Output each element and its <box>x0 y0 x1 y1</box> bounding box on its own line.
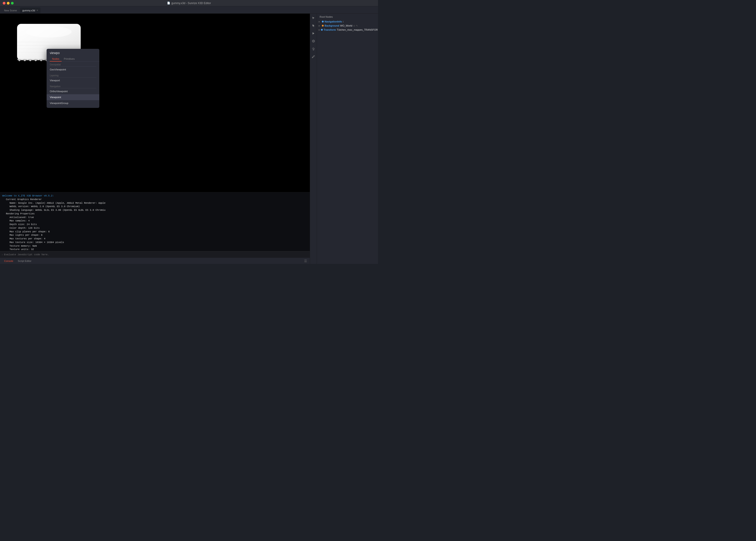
close-button[interactable] <box>3 2 5 5</box>
svg-point-8 <box>313 48 314 49</box>
hamburger-menu-icon[interactable]: ☰ <box>304 259 307 263</box>
maximize-button[interactable] <box>11 2 14 5</box>
tree-name-transform: Tütchen_rissc_mappes_TRANSFORM <box>337 28 378 31</box>
tree-arrow: ▶ <box>319 21 321 23</box>
tree-keyword-transform: Transform <box>324 28 336 31</box>
console-line-2: Name: Google Inc. (Apple) ANGLE (Apple, … <box>2 202 308 205</box>
section-layering: Layering <box>47 72 99 77</box>
console-line-5: Rendering Properties <box>2 212 308 216</box>
item-viewpoint[interactable]: Viewpoint <box>47 94 99 100</box>
svg-point-1 <box>26 26 72 37</box>
tree-item-navigation-info[interactable]: ▶ NavigationInfo ℹ <box>317 20 378 24</box>
console-line-3: WebGL version: WebGL 2.0 (OpenGL ES 3.0 … <box>2 205 308 209</box>
console-line-15: Texture units: 32 <box>2 248 308 251</box>
tab-new-scene[interactable]: New Scene <box>2 7 19 13</box>
item-geo-viewpoint[interactable]: GeoViewpoint <box>47 67 99 72</box>
bottom-tab-script-editor[interactable]: Script Editor <box>15 259 34 263</box>
item-viewport[interactable]: Viewport <box>47 77 99 83</box>
tree-name-background: WO_World <box>340 24 352 27</box>
console-area: Welcome to X_ITE X3D Browser v9.5.2: Cur… <box>0 192 310 251</box>
node-search-popup: Nodes Primitives Geospatial GeoViewpoint… <box>47 49 99 108</box>
console-line-1: Current Graphics Renderer <box>2 198 308 202</box>
popup-tab-nodes[interactable]: Nodes <box>50 57 62 62</box>
scene-panel: Root Nodes ▶ NavigationInfo ℹ ▶ Backgrou… <box>317 14 378 264</box>
console-input-bar: › <box>0 251 310 258</box>
console-input[interactable] <box>4 253 308 256</box>
tree-arrow-transform: ▶ <box>319 29 320 31</box>
console-line-9: Color depth: 128 bits <box>2 227 308 230</box>
console-line-4: Shading language: WebGL GLSL ES 3.00 (Op… <box>2 209 308 212</box>
tree-icon-eye[interactable]: ⊙ <box>353 25 355 27</box>
main-layout: Nodes Primitives Geospatial GeoViewpoint… <box>0 14 378 264</box>
console-line-13: Max texture size: 16384 × 16384 pixels <box>2 241 308 245</box>
console-prompt: › <box>2 253 3 256</box>
tree-icon-info[interactable]: ℹ <box>343 20 344 23</box>
console-welcome: Welcome to X_ITE X3D Browser v9.5.2: <box>2 194 308 198</box>
svg-point-6 <box>312 40 315 42</box>
pointer-tool-button[interactable] <box>311 23 316 28</box>
tree-item-transform[interactable]: ▶ Transform Tütchen_rissc_mappes_TRANSFO… <box>317 28 378 32</box>
traffic-lights <box>3 2 14 5</box>
tree-arrow-bg: ▶ <box>319 25 321 27</box>
item-ortho-viewpoint[interactable]: OrthoViewpoint <box>47 88 99 94</box>
camera-button[interactable] <box>311 39 316 44</box>
svg-line-13 <box>312 48 313 48</box>
viewport-3d[interactable]: Nodes Primitives Geospatial GeoViewpoint… <box>0 14 310 192</box>
cursor-tool-button[interactable] <box>311 15 316 20</box>
tree-keyword-background: Background <box>325 24 339 27</box>
node-search-input[interactable] <box>50 51 96 55</box>
tree-dot-transform <box>321 29 323 31</box>
console-line-7: Max samples: 4 <box>2 219 308 223</box>
minimize-button[interactable] <box>7 2 10 5</box>
play-button[interactable] <box>311 31 316 36</box>
tree-dot-background <box>322 25 324 27</box>
tab-gummy[interactable]: gummy.x3d ✕ <box>20 7 40 13</box>
item-viewpoint-group[interactable]: ViewpointGroup <box>47 100 99 106</box>
tab-close-button[interactable]: ✕ <box>36 9 38 12</box>
popup-tabs: Nodes Primitives <box>47 55 99 62</box>
scene-tree: ▶ NavigationInfo ℹ ▶ Background WO_World… <box>317 19 378 32</box>
section-geospatial: Geospatial <box>47 62 99 66</box>
section-navigation: Navigation <box>47 83 99 88</box>
bottom-tab-console[interactable]: Console <box>2 259 15 263</box>
titlebar: 📄 gummy.x3d - Sunrize X3D Editor <box>0 0 378 6</box>
scene-header: Root Nodes <box>317 14 378 19</box>
tab-bar: New Scene gummy.x3d ✕ <box>0 6 378 14</box>
viewport-area: Nodes Primitives Geospatial GeoViewpoint… <box>0 14 310 264</box>
console-line-12: Max textures per shape: 4 <box>2 237 308 241</box>
file-icon: 📄 <box>167 2 170 5</box>
tree-icon-edit-bg[interactable]: ✎ <box>356 25 358 27</box>
window-title: 📄 gummy.x3d - Sunrize X3D Editor <box>167 2 211 5</box>
svg-line-14 <box>314 49 314 50</box>
console-line-10: Max clip planes per shape: 6 <box>2 230 308 234</box>
tree-keyword-navigation-info: NavigationInfo <box>325 20 342 23</box>
popup-header <box>47 49 99 55</box>
console-line-11: Max lights per shape: 8 <box>2 234 308 237</box>
bottom-tabbar: Console Script Editor ☰ <box>0 258 310 264</box>
console-line-14: Texture memory: NaN <box>2 245 308 248</box>
tree-item-background[interactable]: ▶ Background WO_World ⊙ ✎ <box>317 24 378 28</box>
console-line-8: Depth size: 24 bits <box>2 223 308 227</box>
right-toolbar <box>310 14 317 264</box>
edit-button[interactable] <box>311 54 316 59</box>
light-button[interactable] <box>311 46 316 51</box>
console-content: Welcome to X_ITE X3D Browser v9.5.2: Cur… <box>0 192 310 251</box>
popup-tab-primitives[interactable]: Primitives <box>62 57 77 62</box>
svg-point-7 <box>313 41 314 42</box>
tree-dot-navigation-info <box>322 21 324 22</box>
console-line-6: Antialiased: true <box>2 216 308 220</box>
